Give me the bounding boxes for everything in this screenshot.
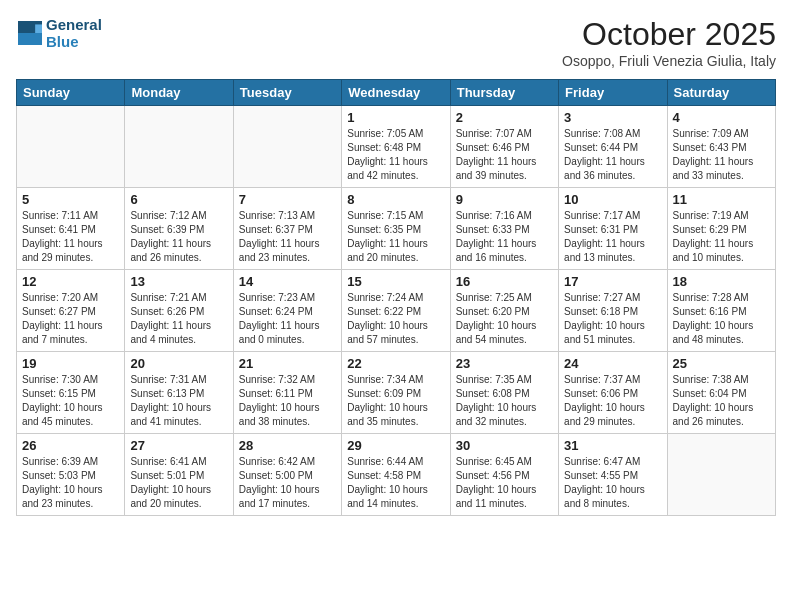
page-header: General Blue October 2025 Osoppo, Friuli… xyxy=(16,16,776,69)
day-number: 29 xyxy=(347,438,444,453)
calendar-cell xyxy=(233,106,341,188)
calendar-cell xyxy=(125,106,233,188)
day-info: Sunrise: 7:20 AM Sunset: 6:27 PM Dayligh… xyxy=(22,291,119,347)
calendar-cell: 28Sunrise: 6:42 AM Sunset: 5:00 PM Dayli… xyxy=(233,434,341,516)
day-number: 17 xyxy=(564,274,661,289)
day-number: 25 xyxy=(673,356,770,371)
calendar-cell xyxy=(17,106,125,188)
calendar-cell: 29Sunrise: 6:44 AM Sunset: 4:58 PM Dayli… xyxy=(342,434,450,516)
calendar-cell: 20Sunrise: 7:31 AM Sunset: 6:13 PM Dayli… xyxy=(125,352,233,434)
day-info: Sunrise: 7:05 AM Sunset: 6:48 PM Dayligh… xyxy=(347,127,444,183)
weekday-header-wednesday: Wednesday xyxy=(342,80,450,106)
day-number: 31 xyxy=(564,438,661,453)
calendar-cell: 9Sunrise: 7:16 AM Sunset: 6:33 PM Daylig… xyxy=(450,188,558,270)
calendar-cell xyxy=(667,434,775,516)
day-number: 4 xyxy=(673,110,770,125)
day-info: Sunrise: 7:07 AM Sunset: 6:46 PM Dayligh… xyxy=(456,127,553,183)
day-number: 16 xyxy=(456,274,553,289)
day-info: Sunrise: 7:31 AM Sunset: 6:13 PM Dayligh… xyxy=(130,373,227,429)
logo-line2: Blue xyxy=(46,33,102,50)
day-number: 1 xyxy=(347,110,444,125)
calendar-cell: 26Sunrise: 6:39 AM Sunset: 5:03 PM Dayli… xyxy=(17,434,125,516)
day-number: 9 xyxy=(456,192,553,207)
day-info: Sunrise: 7:34 AM Sunset: 6:09 PM Dayligh… xyxy=(347,373,444,429)
logo-line1: General xyxy=(46,16,102,33)
calendar-cell: 3Sunrise: 7:08 AM Sunset: 6:44 PM Daylig… xyxy=(559,106,667,188)
day-number: 8 xyxy=(347,192,444,207)
logo-icon xyxy=(18,21,42,45)
weekday-header-thursday: Thursday xyxy=(450,80,558,106)
day-number: 2 xyxy=(456,110,553,125)
day-info: Sunrise: 6:45 AM Sunset: 4:56 PM Dayligh… xyxy=(456,455,553,511)
calendar-cell: 14Sunrise: 7:23 AM Sunset: 6:24 PM Dayli… xyxy=(233,270,341,352)
day-info: Sunrise: 7:16 AM Sunset: 6:33 PM Dayligh… xyxy=(456,209,553,265)
month-title: October 2025 xyxy=(562,16,776,53)
day-info: Sunrise: 7:11 AM Sunset: 6:41 PM Dayligh… xyxy=(22,209,119,265)
day-info: Sunrise: 7:27 AM Sunset: 6:18 PM Dayligh… xyxy=(564,291,661,347)
day-number: 14 xyxy=(239,274,336,289)
week-row-1: 1Sunrise: 7:05 AM Sunset: 6:48 PM Daylig… xyxy=(17,106,776,188)
day-info: Sunrise: 6:42 AM Sunset: 5:00 PM Dayligh… xyxy=(239,455,336,511)
day-info: Sunrise: 7:37 AM Sunset: 6:06 PM Dayligh… xyxy=(564,373,661,429)
day-number: 10 xyxy=(564,192,661,207)
calendar-cell: 23Sunrise: 7:35 AM Sunset: 6:08 PM Dayli… xyxy=(450,352,558,434)
day-number: 24 xyxy=(564,356,661,371)
day-info: Sunrise: 7:12 AM Sunset: 6:39 PM Dayligh… xyxy=(130,209,227,265)
calendar-cell: 8Sunrise: 7:15 AM Sunset: 6:35 PM Daylig… xyxy=(342,188,450,270)
day-number: 23 xyxy=(456,356,553,371)
day-info: Sunrise: 7:25 AM Sunset: 6:20 PM Dayligh… xyxy=(456,291,553,347)
day-info: Sunrise: 7:23 AM Sunset: 6:24 PM Dayligh… xyxy=(239,291,336,347)
day-info: Sunrise: 7:15 AM Sunset: 6:35 PM Dayligh… xyxy=(347,209,444,265)
day-number: 12 xyxy=(22,274,119,289)
day-number: 5 xyxy=(22,192,119,207)
day-info: Sunrise: 7:13 AM Sunset: 6:37 PM Dayligh… xyxy=(239,209,336,265)
day-info: Sunrise: 7:30 AM Sunset: 6:15 PM Dayligh… xyxy=(22,373,119,429)
calendar-cell: 30Sunrise: 6:45 AM Sunset: 4:56 PM Dayli… xyxy=(450,434,558,516)
calendar-cell: 18Sunrise: 7:28 AM Sunset: 6:16 PM Dayli… xyxy=(667,270,775,352)
week-row-3: 12Sunrise: 7:20 AM Sunset: 6:27 PM Dayli… xyxy=(17,270,776,352)
calendar-cell: 27Sunrise: 6:41 AM Sunset: 5:01 PM Dayli… xyxy=(125,434,233,516)
calendar-cell: 24Sunrise: 7:37 AM Sunset: 6:06 PM Dayli… xyxy=(559,352,667,434)
day-number: 7 xyxy=(239,192,336,207)
location: Osoppo, Friuli Venezia Giulia, Italy xyxy=(562,53,776,69)
weekday-header-saturday: Saturday xyxy=(667,80,775,106)
weekday-header-sunday: Sunday xyxy=(17,80,125,106)
calendar-cell: 10Sunrise: 7:17 AM Sunset: 6:31 PM Dayli… xyxy=(559,188,667,270)
calendar-cell: 12Sunrise: 7:20 AM Sunset: 6:27 PM Dayli… xyxy=(17,270,125,352)
day-info: Sunrise: 7:19 AM Sunset: 6:29 PM Dayligh… xyxy=(673,209,770,265)
calendar-cell: 4Sunrise: 7:09 AM Sunset: 6:43 PM Daylig… xyxy=(667,106,775,188)
day-number: 11 xyxy=(673,192,770,207)
calendar-cell: 15Sunrise: 7:24 AM Sunset: 6:22 PM Dayli… xyxy=(342,270,450,352)
day-info: Sunrise: 7:08 AM Sunset: 6:44 PM Dayligh… xyxy=(564,127,661,183)
day-number: 18 xyxy=(673,274,770,289)
calendar-cell: 31Sunrise: 6:47 AM Sunset: 4:55 PM Dayli… xyxy=(559,434,667,516)
day-info: Sunrise: 7:17 AM Sunset: 6:31 PM Dayligh… xyxy=(564,209,661,265)
week-row-2: 5Sunrise: 7:11 AM Sunset: 6:41 PM Daylig… xyxy=(17,188,776,270)
calendar-cell: 22Sunrise: 7:34 AM Sunset: 6:09 PM Dayli… xyxy=(342,352,450,434)
weekday-header-monday: Monday xyxy=(125,80,233,106)
day-info: Sunrise: 7:09 AM Sunset: 6:43 PM Dayligh… xyxy=(673,127,770,183)
day-info: Sunrise: 6:41 AM Sunset: 5:01 PM Dayligh… xyxy=(130,455,227,511)
logo: General Blue xyxy=(16,16,102,50)
day-number: 28 xyxy=(239,438,336,453)
calendar-cell: 6Sunrise: 7:12 AM Sunset: 6:39 PM Daylig… xyxy=(125,188,233,270)
day-number: 27 xyxy=(130,438,227,453)
svg-rect-1 xyxy=(18,33,42,45)
day-info: Sunrise: 6:47 AM Sunset: 4:55 PM Dayligh… xyxy=(564,455,661,511)
day-number: 6 xyxy=(130,192,227,207)
day-info: Sunrise: 6:39 AM Sunset: 5:03 PM Dayligh… xyxy=(22,455,119,511)
calendar-cell: 7Sunrise: 7:13 AM Sunset: 6:37 PM Daylig… xyxy=(233,188,341,270)
day-number: 19 xyxy=(22,356,119,371)
title-block: October 2025 Osoppo, Friuli Venezia Giul… xyxy=(562,16,776,69)
weekday-header-friday: Friday xyxy=(559,80,667,106)
day-number: 22 xyxy=(347,356,444,371)
day-info: Sunrise: 7:32 AM Sunset: 6:11 PM Dayligh… xyxy=(239,373,336,429)
day-number: 13 xyxy=(130,274,227,289)
day-info: Sunrise: 7:38 AM Sunset: 6:04 PM Dayligh… xyxy=(673,373,770,429)
calendar-cell: 19Sunrise: 7:30 AM Sunset: 6:15 PM Dayli… xyxy=(17,352,125,434)
calendar-cell: 25Sunrise: 7:38 AM Sunset: 6:04 PM Dayli… xyxy=(667,352,775,434)
calendar-cell: 21Sunrise: 7:32 AM Sunset: 6:11 PM Dayli… xyxy=(233,352,341,434)
calendar-cell: 16Sunrise: 7:25 AM Sunset: 6:20 PM Dayli… xyxy=(450,270,558,352)
weekday-header-tuesday: Tuesday xyxy=(233,80,341,106)
day-info: Sunrise: 7:24 AM Sunset: 6:22 PM Dayligh… xyxy=(347,291,444,347)
